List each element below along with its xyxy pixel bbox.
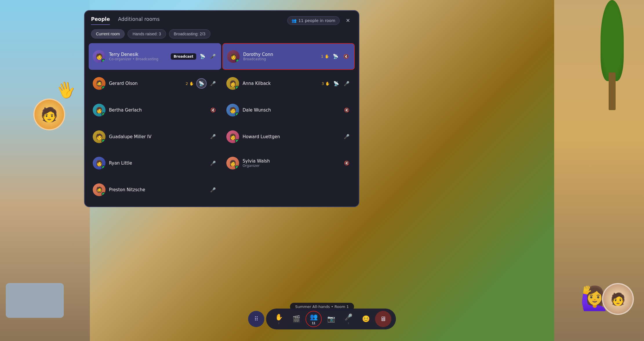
filter-hands-raised[interactable]: Hands raised: 3 — [128, 29, 166, 39]
broadcast-badge: Broadcast — [171, 53, 196, 60]
toolbar-main: ✋ ↑ 🎬 👥 11 📷 🎤 ↑ 😊 🖥 — [266, 309, 396, 329]
avatar-online-indicator — [101, 192, 105, 196]
person-actions: 🔇 — [343, 106, 351, 114]
people-count-label: 11 — [312, 321, 315, 325]
person-role: Co-organizer • Broadcasting — [109, 57, 167, 61]
person-info: Dorothy ConnBroadcasting — [243, 52, 318, 61]
broadcast-icon[interactable]: 📡 — [332, 79, 340, 87]
person-row[interactable]: 👩Sylvia WalshOrganizer🔇 — [222, 151, 355, 176]
person-row[interactable]: 👩Dorothy ConnBroadcasting1 ✋📡🔇 — [222, 43, 355, 70]
mic-on-icon[interactable]: 🎤 — [343, 79, 351, 87]
avatar: 🧑 — [226, 104, 239, 116]
person-actions: 1 ✋📡🔇 — [321, 52, 350, 61]
avatar: 🧔 — [93, 183, 105, 196]
avatar: 👩 — [226, 130, 239, 143]
hand-count: 2 ✋ — [186, 81, 194, 86]
camera-button[interactable]: 📷 — [323, 311, 339, 327]
person-name: Preston Nitzsche — [109, 187, 205, 192]
share-screen-button[interactable]: 🖥 — [375, 311, 391, 327]
person-info: Ryan Little — [109, 161, 205, 166]
hand-count: 3 ✋ — [322, 81, 330, 86]
avatar-right-character: 🧑 — [602, 283, 634, 315]
avatar-online-indicator — [235, 165, 239, 169]
share-screen-icon: 🖥 — [380, 315, 386, 323]
person-actions: 3 ✋📡🎤 — [322, 79, 351, 87]
people-grid: 🧑Terry DenesikCo-organizer • Broadcastin… — [85, 43, 359, 207]
raise-hand-button[interactable]: ✋ ↑ — [271, 311, 287, 327]
toolbar: ⠿ ✋ ↑ 🎬 👥 11 📷 🎤 ↑ 😊 🖥 — [248, 309, 396, 329]
tab-additional-rooms[interactable]: Additional rooms — [118, 16, 160, 25]
broadcast-icon[interactable]: 📡 — [332, 52, 340, 61]
emoji-button[interactable]: 😊 — [358, 311, 374, 327]
avatar-online-indicator — [101, 86, 105, 90]
person-info: Sylvia WalshOrganizer — [243, 158, 339, 168]
avatar-online-indicator — [101, 139, 105, 143]
mic-muted-icon[interactable]: 🔇 — [343, 106, 351, 114]
tree-decoration — [589, 0, 635, 116]
avatar: 🧑 — [93, 50, 105, 63]
mic-on-icon[interactable]: 🎤 — [209, 52, 217, 61]
mic-on-icon[interactable]: 🎤 — [209, 133, 217, 141]
person-name: Gerard Olson — [109, 81, 182, 86]
person-actions: Broadcast📡🎤 — [171, 52, 217, 61]
avatar: 👩 — [93, 104, 105, 116]
person-actions: 🎤 — [209, 186, 217, 194]
person-row[interactable]: 👩Howard Luettgen🎤 — [222, 124, 355, 149]
avatar: 🧑 — [93, 130, 105, 143]
person-row[interactable]: 🧔Preston Nitzsche🎤 — [89, 177, 221, 203]
people-panel: People Additional rooms 👥 11 people in r… — [84, 10, 359, 207]
avatar: 🧔 — [93, 77, 105, 90]
panel-tabs: People Additional rooms — [91, 16, 160, 25]
avatar: 👩 — [226, 77, 239, 90]
filter-current-room[interactable]: Current room — [91, 29, 125, 39]
mic-muted-icon[interactable]: 🔇 — [342, 52, 350, 61]
person-row[interactable]: 🧑Guadalupe Miller IV🎤 — [89, 124, 221, 149]
person-row[interactable]: 🧔Gerard Olson2 ✋📡🎤 — [89, 71, 221, 96]
hand-count: 1 ✋ — [321, 54, 329, 59]
avatar-online-indicator — [236, 59, 240, 63]
mic-on-icon[interactable]: 🎤 — [209, 186, 217, 194]
mic-muted-icon[interactable]: 🔇 — [209, 106, 217, 114]
person-info: Terry DenesikCo-organizer • Broadcasting — [109, 52, 167, 61]
person-row[interactable]: 👩Ryan Little🎤 — [89, 151, 221, 176]
close-button[interactable]: ✕ — [343, 16, 352, 25]
person-info: Preston Nitzsche — [109, 187, 205, 192]
person-name: Dale Wunsch — [243, 107, 339, 113]
apps-button[interactable]: ⠿ — [248, 311, 264, 327]
person-actions: 🎤 — [209, 159, 217, 167]
avatar-online-indicator — [235, 112, 239, 116]
person-info: Howard Luettgen — [243, 134, 339, 139]
person-name: Anna Kilback — [243, 81, 318, 86]
broadcast-icon[interactable]: 📡 — [196, 78, 207, 89]
share-button[interactable]: 🎬 — [288, 311, 304, 327]
person-name: Dorothy Conn — [243, 52, 318, 57]
person-name: Bertha Gerlach — [109, 107, 205, 113]
person-role: Broadcasting — [243, 57, 318, 61]
person-name: Ryan Little — [109, 161, 205, 166]
avatar-online-indicator — [235, 139, 239, 143]
person-actions: 2 ✋📡🎤 — [186, 78, 217, 89]
person-actions: 🎤 — [343, 133, 351, 141]
broadcast-icon[interactable]: 📡 — [199, 52, 207, 61]
person-actions: 🔇 — [343, 159, 351, 167]
person-name: Sylvia Walsh — [243, 158, 339, 164]
person-row[interactable]: 👩Anna Kilback3 ✋📡🎤 — [222, 71, 355, 96]
person-row[interactable]: 👩Bertha Gerlach🔇 — [89, 97, 221, 123]
mic-on-icon[interactable]: 🎤 — [209, 159, 217, 167]
person-actions: 🔇 — [209, 106, 217, 114]
person-info: Anna Kilback — [243, 81, 318, 86]
people-count-text: 11 people in room — [298, 18, 335, 23]
person-actions: 🎤 — [209, 133, 217, 141]
person-row[interactable]: 🧑Dale Wunsch🔇 — [222, 97, 355, 123]
filter-broadcasting[interactable]: Broadcasting: 2/3 — [169, 29, 210, 39]
mic-button[interactable]: 🎤 ↑ — [340, 311, 356, 327]
person-row[interactable]: 🧑Terry DenesikCo-organizer • Broadcastin… — [89, 43, 221, 70]
tab-people[interactable]: People — [91, 16, 110, 25]
mic-muted-icon[interactable]: 🔇 — [343, 159, 351, 167]
mic-on-icon[interactable]: 🎤 — [343, 133, 351, 141]
mic-on-icon[interactable]: 🎤 — [209, 79, 217, 87]
people-button[interactable]: 👥 11 — [305, 311, 322, 327]
raise-hand-label: ↑ — [278, 322, 280, 325]
person-info: Gerard Olson — [109, 81, 182, 86]
raise-hand-icon: ✋ — [275, 313, 283, 321]
